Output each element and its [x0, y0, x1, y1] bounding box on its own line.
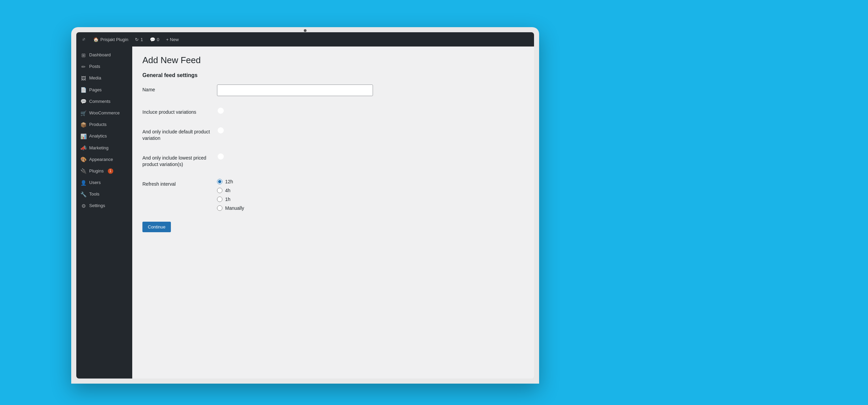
continue-button[interactable]: Continue: [142, 222, 171, 232]
radio-1h-label: 1h: [225, 197, 231, 202]
radio-1h[interactable]: 1h: [217, 197, 524, 202]
media-icon: 🖼: [80, 75, 86, 81]
sidebar-label-pages: Pages: [89, 87, 102, 93]
sidebar-item-settings[interactable]: ⚙ Settings: [76, 200, 132, 211]
sidebar-label-analytics: Analytics: [89, 133, 107, 139]
pages-icon: 📄: [80, 87, 86, 93]
updates-bar[interactable]: ↻ 1: [132, 32, 146, 47]
analytics-icon: 📊: [80, 133, 86, 139]
sidebar-item-posts[interactable]: ✏ Posts: [76, 61, 132, 72]
sidebar-label-products: Products: [89, 122, 106, 128]
dashboard-icon: ⊞: [80, 52, 86, 58]
comments-icon: 💬: [80, 98, 86, 105]
update-count: 1: [140, 37, 143, 42]
sidebar: ⊞ Dashboard ✏ Posts 🖼 Media 📄 Pages 💬: [76, 47, 132, 379]
sidebar-label-tools: Tools: [89, 191, 99, 197]
sidebar-item-products[interactable]: 📦 Products: [76, 119, 132, 130]
users-icon: 👤: [80, 180, 86, 186]
sidebar-label-woocommerce: WooCommerce: [89, 110, 120, 116]
sidebar-label-appearance: Appearance: [89, 157, 113, 163]
sidebar-item-comments[interactable]: 💬 Comments: [76, 96, 132, 107]
camera-dot: [304, 29, 307, 32]
lowest-priced-row: And only include lowest priced product v…: [142, 153, 524, 173]
page-title: Add New Feed: [142, 55, 524, 66]
name-label: Name: [142, 85, 217, 93]
default-variation-row: And only include default product variati…: [142, 127, 524, 147]
site-name-bar[interactable]: 🏠 Prisjakt Plugin: [90, 32, 132, 47]
sidebar-label-posts: Posts: [89, 63, 100, 70]
include-variations-row: Incluce product variations: [142, 107, 524, 121]
comments-bar[interactable]: 💬 0: [146, 32, 163, 47]
woocommerce-icon: 🛒: [80, 110, 86, 116]
sidebar-item-analytics[interactable]: 📊 Analytics: [76, 130, 132, 142]
sidebar-item-dashboard[interactable]: ⊞ Dashboard: [76, 49, 132, 61]
refresh-radio-group: 12h 4h 1h M: [217, 179, 524, 211]
name-control: [217, 85, 524, 96]
sidebar-item-pages[interactable]: 📄 Pages: [76, 84, 132, 96]
appearance-icon: 🎨: [80, 157, 86, 163]
main-content: Add New Feed General feed settings Name …: [132, 47, 534, 379]
new-content-bar[interactable]: + New: [163, 32, 182, 47]
sidebar-item-plugins[interactable]: 🔌 Plugins 1: [76, 165, 132, 177]
sidebar-label-comments: Comments: [89, 98, 111, 105]
sidebar-item-marketing[interactable]: 📣 Marketing: [76, 142, 132, 154]
sidebar-label-settings: Settings: [89, 203, 105, 209]
sidebar-label-dashboard: Dashboard: [89, 52, 111, 58]
wp-main: ⊞ Dashboard ✏ Posts 🖼 Media 📄 Pages 💬: [76, 47, 534, 379]
laptop-screen: 🏠 Prisjakt Plugin ↻ 1 💬 0 + New ⊞ Dashbo…: [76, 32, 534, 379]
radio-4h[interactable]: 4h: [217, 188, 524, 193]
radio-12h-input[interactable]: [217, 179, 222, 184]
refresh-interval-row: Refresh interval 12h 4h: [142, 179, 524, 216]
plugins-icon: 🔌: [80, 168, 86, 174]
default-variation-control: [217, 127, 524, 133]
radio-12h-label: 12h: [225, 179, 233, 184]
updates-icon: ↻: [135, 37, 139, 42]
sidebar-label-plugins: Plugins: [89, 168, 104, 174]
radio-manually-input[interactable]: [217, 205, 222, 211]
include-variations-label: Incluce product variations: [142, 107, 217, 116]
button-row: Continue: [142, 222, 524, 232]
comment-icon: 💬: [150, 37, 155, 42]
admin-bar: 🏠 Prisjakt Plugin ↻ 1 💬 0 + New: [76, 32, 534, 47]
settings-icon: ⚙: [80, 203, 86, 209]
sidebar-item-media[interactable]: 🖼 Media: [76, 72, 132, 84]
marketing-icon: 📣: [80, 145, 86, 151]
name-row: Name: [142, 85, 524, 102]
sidebar-item-woocommerce[interactable]: 🛒 WooCommerce: [76, 107, 132, 119]
plugins-badge: 1: [108, 168, 113, 174]
products-icon: 📦: [80, 122, 86, 128]
default-variation-label: And only include default product variati…: [142, 127, 217, 142]
site-name-text: Prisjakt Plugin: [100, 37, 128, 42]
sidebar-item-users[interactable]: 👤 Users: [76, 177, 132, 188]
posts-icon: ✏: [80, 63, 86, 70]
sidebar-label-marketing: Marketing: [89, 145, 108, 151]
sidebar-item-tools[interactable]: 🔧 Tools: [76, 188, 132, 200]
radio-manually[interactable]: Manually: [217, 205, 524, 211]
include-variations-control: [217, 107, 524, 113]
wp-logo[interactable]: [79, 35, 88, 44]
lowest-priced-label: And only include lowest priced product v…: [142, 153, 217, 168]
sidebar-label-users: Users: [89, 180, 101, 186]
home-icon: 🏠: [93, 37, 99, 42]
comment-count: 0: [157, 37, 159, 42]
lowest-priced-control: [217, 153, 524, 159]
tools-icon: 🔧: [80, 191, 86, 197]
sidebar-label-media: Media: [89, 75, 101, 81]
radio-manually-label: Manually: [225, 205, 244, 211]
radio-4h-input[interactable]: [217, 188, 222, 193]
sidebar-item-appearance[interactable]: 🎨 Appearance: [76, 154, 132, 165]
refresh-interval-label: Refresh interval: [142, 179, 217, 188]
radio-4h-label: 4h: [225, 188, 231, 193]
radio-12h[interactable]: 12h: [217, 179, 524, 184]
laptop-frame: 🏠 Prisjakt Plugin ↻ 1 💬 0 + New ⊞ Dashbo…: [71, 27, 539, 384]
name-input[interactable]: [217, 85, 373, 96]
radio-1h-input[interactable]: [217, 197, 222, 202]
refresh-interval-control: 12h 4h 1h M: [217, 179, 524, 211]
section-title: General feed settings: [142, 72, 524, 78]
new-label: + New: [166, 37, 179, 42]
